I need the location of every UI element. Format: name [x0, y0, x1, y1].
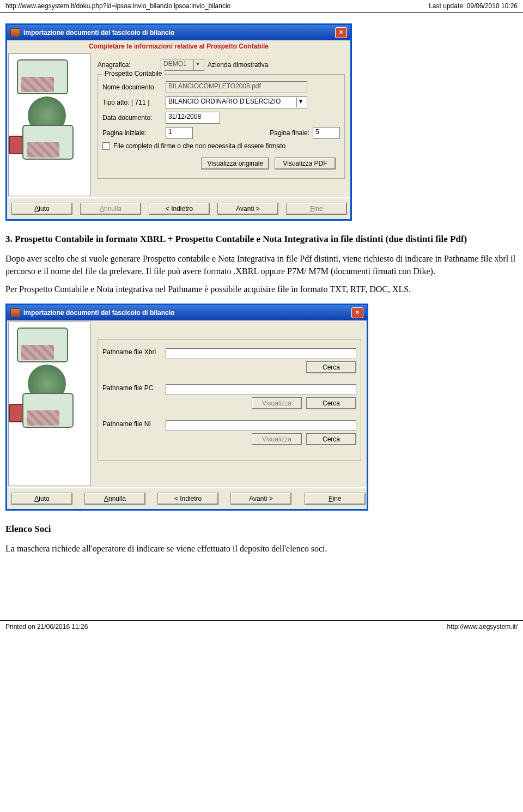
dialog-import-step1: Importazione documenti del fascicolo di …	[5, 23, 352, 221]
ni-path-field[interactable]	[166, 420, 356, 431]
pc-search-button[interactable]: Cerca	[306, 397, 356, 409]
anagrafica-label: Anagrafica:	[98, 61, 157, 69]
next-button[interactable]: Avanti >	[217, 203, 278, 215]
anagrafica-desc: Azienda dimostrativa	[208, 61, 268, 69]
ni-view-button: Visualizza	[252, 433, 302, 445]
xbrl-path-field[interactable]	[166, 348, 356, 359]
ni-label: Pathname file NI	[102, 420, 162, 428]
paragraph: La maschera richiede all'operatore di in…	[5, 542, 518, 555]
signed-checkbox-label: File completo di firme o che non necessi…	[113, 142, 285, 150]
pagfin-field[interactable]: 5	[313, 127, 340, 139]
cancel-button: Annulla	[80, 203, 141, 215]
tipoatto-select[interactable]: BILANCIO ORDINARIO D'ESERCIZIO▾	[166, 96, 307, 108]
chevron-down-icon: ▾	[193, 60, 202, 70]
pathnames-group: Pathname file Xbrl Cerca Pathname file P…	[98, 339, 361, 461]
datadoc-field[interactable]: 31/12/2008	[166, 112, 220, 124]
pagini-field[interactable]: 1	[166, 127, 193, 139]
finish-button[interactable]: Fine	[305, 493, 366, 505]
signed-checkbox[interactable]	[102, 142, 110, 150]
cancel-button[interactable]: Annulla	[84, 493, 145, 505]
xbrl-label: Pathname file Xbrl	[102, 348, 162, 356]
wizard-illustration	[8, 53, 91, 196]
pagini-label: Pagina iniziale:	[102, 129, 162, 137]
nomedoc-field: BILANCIOCOMPLETO2008.pdf	[166, 81, 307, 93]
anagrafica-select[interactable]: DEMO1▾	[161, 59, 204, 71]
paragraph: Dopo aver scelto che si vuole generare P…	[5, 252, 518, 277]
view-pdf-button[interactable]: Visualizza PDF	[275, 157, 336, 169]
dialog-title: Importazione documenti del fascicolo di …	[23, 309, 174, 317]
close-icon[interactable]: ×	[351, 307, 363, 318]
datadoc-label: Data documento:	[102, 114, 162, 122]
chevron-down-icon: ▾	[296, 98, 305, 107]
page-footer: Printed on 21/06/2016 11:26 http://www.a…	[0, 620, 523, 633]
prospetto-group: Prospetto Contabile Nome documento BILAN…	[98, 74, 345, 179]
paragraph: Per Prospetto Contabile e Nota integrati…	[5, 283, 518, 295]
header-left: http://www.aegsystem.it/doku.php?id=ipso…	[5, 2, 230, 10]
dialog-title: Importazione documenti del fascicolo di …	[23, 29, 174, 37]
pc-label: Pathname file PC	[102, 384, 162, 392]
app-icon	[10, 28, 20, 37]
app-icon	[10, 308, 20, 317]
dialog-subtitle: Completare le informazioni relative al P…	[7, 40, 350, 52]
help-button[interactable]: Aiuto	[11, 203, 72, 215]
footer-right: http://www.aegsystem.it/	[447, 623, 518, 631]
close-icon[interactable]: ×	[335, 27, 347, 38]
view-original-button[interactable]: Visualizza originale	[201, 157, 269, 169]
next-button[interactable]: Avanti >	[230, 493, 291, 505]
help-button[interactable]: Aiuto	[11, 493, 72, 505]
xbrl-search-button[interactable]: Cerca	[306, 361, 356, 373]
section-heading-3: 3. Prospetto Contabile in formato XBRL +…	[5, 234, 518, 245]
nomedoc-label: Nome documento	[102, 83, 162, 91]
pc-path-field[interactable]	[166, 384, 356, 395]
tipoatto-label: Tipo atto: [ 711 ]	[102, 99, 162, 106]
dialog-import-step2: Importazione documenti del fascicolo di …	[5, 304, 368, 511]
pagfin-label: Pagina finale:	[270, 129, 309, 137]
back-button[interactable]: < Indietro	[149, 203, 210, 215]
titlebar: Importazione documenti del fascicolo di …	[7, 25, 350, 40]
ni-search-button[interactable]: Cerca	[306, 433, 356, 445]
group-legend: Prospetto Contabile	[102, 70, 164, 77]
pc-view-button: Visualizza	[252, 397, 302, 409]
header-right: Last update: 09/06/2010 10:26	[429, 2, 518, 10]
page-header: http://www.aegsystem.it/doku.php?id=ipso…	[0, 0, 523, 13]
section-heading-elenco: Elenco Soci	[5, 524, 518, 535]
back-button[interactable]: < Indietro	[157, 493, 218, 505]
footer-left: Printed on 21/06/2016 11:26	[5, 623, 88, 631]
titlebar: Importazione documenti del fascicolo di …	[7, 305, 367, 320]
finish-button: Fine	[286, 203, 347, 215]
wizard-illustration	[8, 322, 91, 486]
